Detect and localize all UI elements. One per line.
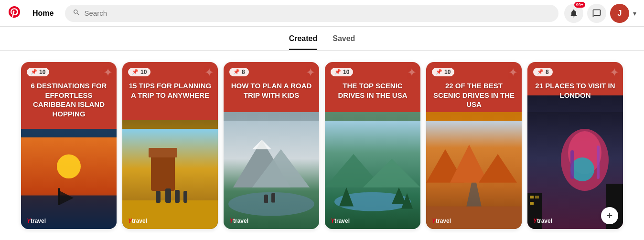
pin-count-badge-2: 📌 10 <box>128 68 150 76</box>
svg-rect-42 <box>530 202 534 205</box>
svg-rect-6 <box>151 153 175 191</box>
pin-logo-6: Ytravel <box>533 218 552 224</box>
svg-rect-11 <box>175 190 180 203</box>
deco-1: ✦ <box>103 66 113 79</box>
tab-created[interactable]: Created <box>289 34 318 50</box>
home-nav[interactable]: Home <box>27 5 59 21</box>
pin-title-6: 21 PLACES TO VISIT IN LONDON <box>527 76 623 104</box>
svg-rect-43 <box>535 196 539 198</box>
svg-rect-4 <box>58 188 60 205</box>
notifications-button[interactable]: 99+ <box>564 4 583 23</box>
notification-badge: 99+ <box>574 2 585 8</box>
pins-grid: 📌 10 6 DESTINATIONS FOR EFFORTLESS CARIB… <box>0 58 644 233</box>
pin-count-badge-3: 📌 8 <box>229 68 249 76</box>
pin-logo-2: Ytravel <box>128 218 147 224</box>
pin-card-6[interactable]: 📌 8 21 PLACES TO VISIT IN LONDON ✦ Ytrav… <box>527 62 623 229</box>
header-icons: 99+ J ▾ <box>564 4 636 23</box>
pin-title-3: HOW TO PLAN A ROAD TRIP WITH KIDS <box>224 76 319 104</box>
pin-card-1[interactable]: 📌 10 6 DESTINATIONS FOR EFFORTLESS CARIB… <box>21 62 117 229</box>
deco-6: ✦ <box>610 66 619 79</box>
header: Home 99+ J ▾ <box>0 0 644 27</box>
tab-saved[interactable]: Saved <box>333 34 355 50</box>
pin-card-3[interactable]: 📌 8 HOW TO PLAN A ROAD TRIP WITH KIDS ✦ … <box>224 62 319 229</box>
svg-rect-12 <box>183 191 187 203</box>
search-icon <box>73 9 80 18</box>
search-input[interactable] <box>84 9 551 17</box>
svg-rect-41 <box>530 196 534 198</box>
search-bar[interactable] <box>65 5 558 22</box>
pin-count-badge-6: 📌 8 <box>533 68 553 76</box>
deco-3: ✦ <box>306 66 315 79</box>
svg-rect-9 <box>156 191 161 203</box>
svg-rect-18 <box>264 194 268 203</box>
pinterest-logo[interactable] <box>8 5 21 21</box>
user-avatar[interactable]: J <box>610 4 629 23</box>
deco-4: ✦ <box>407 66 417 79</box>
pin-logo-1: Ytravel <box>27 218 46 224</box>
svg-rect-8 <box>122 200 218 229</box>
pin-title-4: THE TOP SCENIC DRIVES IN THE USA <box>325 76 420 104</box>
pin-title-1: 6 DESTINATIONS FOR EFFORTLESS CARIBBEAN … <box>21 76 117 123</box>
svg-rect-38 <box>597 146 600 179</box>
pin-card-4[interactable]: 📌 10 THE TOP SCENIC DRIVES IN THE USA ✦ … <box>325 62 420 229</box>
pin-logo-3: Ytravel <box>229 218 248 224</box>
svg-rect-19 <box>271 193 275 202</box>
pin-title-5: 22 OF THE BEST SCENIC DRIVES IN THE USA <box>426 76 522 114</box>
pin-count-badge-4: 📌 10 <box>331 68 353 76</box>
deco-2: ✦ <box>204 66 214 79</box>
pin-count-badge-1: 📌 10 <box>27 68 49 76</box>
pin-card-2[interactable]: 📌 10 15 TIPS FOR PLANNING A TRIP TO ANYW… <box>122 62 218 229</box>
pin-card-5[interactable]: 📌 10 22 OF THE BEST SCENIC DRIVES IN THE… <box>426 62 522 229</box>
svg-rect-37 <box>570 150 574 179</box>
pin-logo-4: Ytravel <box>331 218 350 224</box>
pin-logo-5: Ytravel <box>432 218 451 224</box>
svg-rect-10 <box>165 188 171 203</box>
chevron-down-icon[interactable]: ▾ <box>633 10 636 17</box>
pin-title-2: 15 TIPS FOR PLANNING A TRIP TO ANYWHERE <box>122 76 218 104</box>
messages-button[interactable] <box>587 4 606 23</box>
svg-rect-7 <box>149 148 177 157</box>
pin-count-badge-5: 📌 10 <box>432 68 454 76</box>
svg-point-1 <box>57 154 81 178</box>
profile-tabs: Created Saved <box>0 27 644 51</box>
add-pin-button[interactable]: + <box>601 207 618 224</box>
deco-5: ✦ <box>508 66 518 79</box>
